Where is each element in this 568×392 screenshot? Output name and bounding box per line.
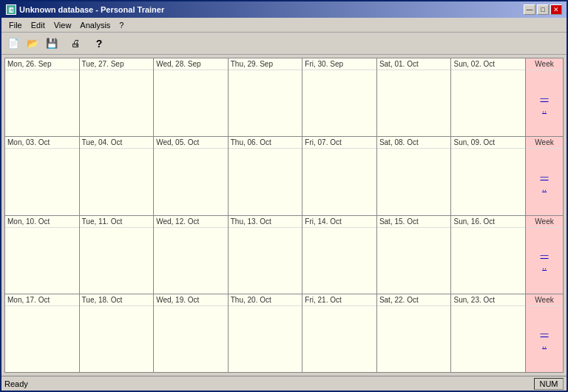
week-body-2: — .. [541, 228, 549, 294]
title-buttons: — □ ✕ [524, 4, 562, 15]
cell-date-1-4: Fri, 07. Oct [302, 137, 376, 149]
cell-body-2-3[interactable] [229, 228, 302, 294]
cell-body-3-2[interactable] [154, 306, 228, 372]
cell-0-1[interactable]: Tue, 27. Sep [80, 58, 155, 136]
cell-0-5[interactable]: Sat, 01. Oct [377, 58, 452, 136]
status-text: Ready [4, 379, 28, 388]
week-dash-0-0[interactable]: — [541, 93, 549, 102]
cell-body-0-6[interactable] [451, 70, 525, 136]
cell-date-3-1: Tue, 18. Oct [80, 294, 154, 306]
cell-body-0-1[interactable] [80, 70, 154, 136]
cell-body-2-1[interactable] [80, 228, 154, 294]
calendar-row-1: Mon, 03. Oct Tue, 04. Oct Wed, 05. Oct T… [5, 137, 563, 215]
week-dash-3-1[interactable]: .. [542, 340, 547, 349]
cell-1-4[interactable]: Fri, 07. Oct [302, 137, 377, 214]
cell-body-1-2[interactable] [154, 149, 228, 214]
cell-body-2-2[interactable] [154, 228, 228, 294]
week-dash-2-1[interactable]: .. [542, 262, 547, 271]
cell-date-2-3: Thu, 13. Oct [229, 216, 302, 228]
menu-analysis[interactable]: Analysis [75, 19, 115, 31]
cell-2-0[interactable]: Mon, 10. Oct [5, 216, 80, 294]
week-label-3: Week [526, 294, 563, 306]
calendar-row-0: Mon, 26. Sep Tue, 27. Sep Wed, 28. Sep T… [5, 58, 563, 137]
cell-body-2-4[interactable] [302, 228, 376, 294]
cell-date-3-2: Wed, 19. Oct [154, 294, 228, 306]
week-dash-2-0[interactable]: — [541, 250, 549, 259]
cell-1-6[interactable]: Sun, 09. Oct [451, 137, 526, 214]
cell-2-2[interactable]: Wed, 12. Oct [154, 216, 229, 294]
cell-1-0[interactable]: Mon, 03. Oct [5, 137, 80, 214]
cell-1-1[interactable]: Tue, 04. Oct [80, 137, 155, 214]
cell-0-3[interactable]: Thu, 29. Sep [229, 58, 303, 136]
cell-body-1-5[interactable] [377, 149, 451, 214]
cell-date-2-2: Wed, 12. Oct [154, 216, 228, 228]
cell-body-0-2[interactable] [154, 70, 228, 136]
print-button[interactable]: 🖨 [67, 36, 84, 52]
cell-body-3-6[interactable] [451, 306, 525, 372]
week-dash-0-1[interactable]: .. [542, 105, 547, 114]
cell-2-1[interactable]: Tue, 11. Oct [80, 216, 155, 294]
cell-2-6[interactable]: Sun, 16. Oct [451, 216, 526, 294]
cell-body-0-4[interactable] [302, 70, 376, 136]
cell-2-3[interactable]: Thu, 13. Oct [229, 216, 303, 294]
close-button[interactable]: ✕ [550, 4, 562, 15]
cell-1-2[interactable]: Wed, 05. Oct [154, 137, 229, 214]
cell-0-6[interactable]: Sun, 02. Oct [451, 58, 526, 136]
cell-body-3-3[interactable] [229, 306, 302, 372]
maximize-button[interactable]: □ [537, 4, 549, 15]
cell-date-0-6: Sun, 02. Oct [451, 58, 525, 70]
cell-body-2-5[interactable] [377, 228, 451, 294]
cell-3-3[interactable]: Thu, 20. Oct [229, 294, 303, 372]
week-dash-1-0[interactable]: — [541, 172, 549, 180]
cell-date-1-5: Sat, 08. Oct [377, 137, 451, 149]
calendar-row-2: Mon, 10. Oct Tue, 11. Oct Wed, 12. Oct T… [5, 216, 563, 294]
minimize-button[interactable]: — [524, 4, 535, 15]
cell-3-6[interactable]: Sun, 23. Oct [451, 294, 526, 372]
cell-date-3-5: Sat, 22. Oct [377, 294, 451, 306]
cell-0-0[interactable]: Mon, 26. Sep [5, 58, 80, 136]
cell-date-3-6: Sun, 23. Oct [451, 294, 525, 306]
new-button[interactable]: 📄 [4, 36, 22, 52]
cell-body-1-0[interactable] [5, 149, 79, 214]
menu-view[interactable]: View [50, 19, 76, 31]
cell-body-3-0[interactable] [5, 306, 79, 372]
save-button[interactable]: 💾 [43, 36, 61, 52]
calendar-grid: Mon, 26. Sep Tue, 27. Sep Wed, 28. Sep T… [4, 58, 564, 373]
menu-file[interactable]: File [4, 19, 27, 31]
cell-2-5[interactable]: Sat, 15. Oct [377, 216, 452, 294]
cell-body-3-1[interactable] [80, 306, 154, 372]
cell-body-0-3[interactable] [229, 70, 302, 136]
cell-body-3-4[interactable] [302, 306, 376, 372]
cell-3-4[interactable]: Fri, 21. Oct [302, 294, 377, 372]
week-dash-3-0[interactable]: — [541, 328, 549, 337]
cell-body-2-0[interactable] [5, 228, 79, 294]
cell-body-1-6[interactable] [451, 149, 525, 214]
status-right: NUM [534, 378, 564, 390]
open-button[interactable]: 📂 [24, 36, 41, 52]
cell-body-3-5[interactable] [377, 306, 451, 372]
cell-date-2-0: Mon, 10. Oct [5, 216, 79, 228]
cell-body-1-4[interactable] [302, 149, 376, 214]
cell-body-1-3[interactable] [229, 149, 302, 214]
cell-date-2-6: Sun, 16. Oct [451, 216, 525, 228]
cell-3-5[interactable]: Sat, 22. Oct [377, 294, 452, 372]
cell-1-3[interactable]: Thu, 06. Oct [229, 137, 303, 214]
cell-3-0[interactable]: Mon, 17. Oct [5, 294, 80, 372]
window-title: Unknown database - Personal Trainer [19, 5, 164, 14]
cell-body-0-0[interactable] [5, 70, 79, 136]
cell-0-2[interactable]: Wed, 28. Sep [154, 58, 229, 136]
week-dash-1-1[interactable]: .. [542, 183, 547, 192]
cell-date-1-1: Tue, 04. Oct [80, 137, 154, 149]
cell-3-1[interactable]: Tue, 18. Oct [80, 294, 155, 372]
menu-edit[interactable]: Edit [27, 19, 50, 31]
cell-3-2[interactable]: Wed, 19. Oct [154, 294, 229, 372]
cell-body-2-6[interactable] [451, 228, 525, 294]
menu-help[interactable]: ? [115, 19, 128, 31]
cell-2-4[interactable]: Fri, 14. Oct [302, 216, 377, 294]
cell-body-0-5[interactable] [377, 70, 451, 136]
title-bar-left: 🗓 Unknown database - Personal Trainer [6, 4, 164, 15]
cell-0-4[interactable]: Fri, 30. Sep [302, 58, 377, 136]
cell-body-1-1[interactable] [80, 149, 154, 214]
cell-1-5[interactable]: Sat, 08. Oct [377, 137, 452, 214]
help-button[interactable]: ? [90, 36, 108, 52]
